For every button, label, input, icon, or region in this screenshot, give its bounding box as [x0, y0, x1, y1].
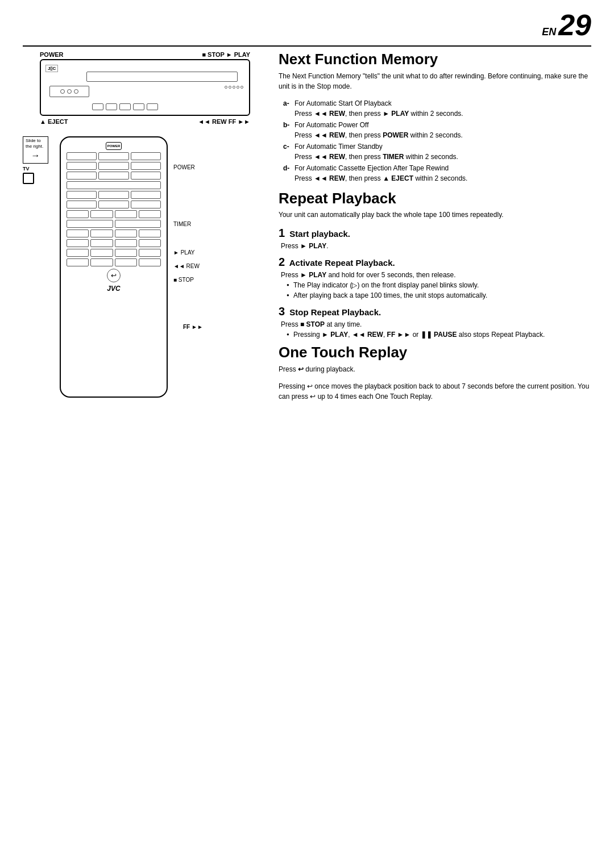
replay-icon: ↩ — [111, 272, 117, 279]
one-touch-replay-detail: Pressing ↩ once moves the playback posit… — [279, 381, 591, 402]
remote-body: POWER — [60, 136, 168, 398]
vcr-btn-3 — [119, 103, 131, 110]
next-function-intro: The Next Function Memory "tells" the uni… — [279, 71, 591, 91]
next-function-title: Next Function Memory — [279, 51, 591, 68]
remote-replay-btn[interactable]: ↩ — [107, 269, 121, 282]
remote-power-btn[interactable]: POWER — [106, 142, 122, 150]
remote-btn-8-1[interactable] — [67, 258, 89, 266]
remote-btn-6-3[interactable] — [115, 229, 137, 237]
remote-btn-6-4[interactable] — [139, 229, 161, 237]
right-column: Next Function Memory The Next Function M… — [279, 51, 591, 408]
vcr-small-dot-4 — [237, 86, 239, 89]
step-d: d- For Automatic Cassette Ejection After… — [279, 163, 591, 183]
vcr-power-label: POWER — [40, 51, 64, 58]
remote-btn-2-2[interactable] — [98, 162, 128, 170]
vcr-small-dot-5 — [240, 86, 243, 89]
remote-wide-btn-2[interactable] — [115, 220, 161, 228]
remote-btn-1-1[interactable] — [67, 152, 97, 160]
vcr-bottom-buttons — [92, 103, 243, 110]
remote-nav-row — [67, 210, 161, 218]
remote-btn-7-4[interactable] — [139, 249, 161, 257]
remote-nav-btn-3[interactable] — [115, 210, 137, 218]
remote-ff-btn[interactable] — [115, 239, 137, 247]
step-a-label: a- — [283, 98, 292, 119]
tv-label: TV — [23, 166, 54, 172]
step2-bullet-2: After playing back a tape 100 times, the… — [288, 290, 591, 301]
vcr-btn-4 — [133, 103, 144, 110]
remote-timer-btn[interactable] — [67, 220, 113, 228]
remote-btn-1-3[interactable] — [131, 152, 161, 160]
remote-btn-8-2[interactable] — [90, 258, 113, 266]
step2-bullet-1: The Play indicator (▷) on the front disp… — [288, 280, 591, 290]
remote-btn-6-2[interactable] — [90, 229, 113, 237]
vcr-dot-3 — [74, 89, 78, 94]
one-touch-replay-intro: Press ↩ during playback. — [279, 364, 591, 374]
remote-btn-5-2[interactable] — [98, 201, 128, 208]
top-rule — [23, 45, 591, 47]
remote-btn-6-1[interactable] — [67, 229, 89, 237]
remote-left-notes: Slide to the right. → TV — [23, 136, 54, 184]
remote-nav-btn-1[interactable] — [67, 210, 89, 218]
en-label: EN — [542, 26, 556, 38]
remote-btn-3-2[interactable] — [98, 172, 128, 180]
remote-btn-3-1[interactable] — [67, 172, 97, 180]
step-c-text: For Automatic Timer Standby Press ◄◄ REW… — [294, 141, 458, 162]
slide-note: Slide to the right. → — [23, 136, 48, 164]
vcr-display — [49, 86, 89, 97]
step-c: c- For Automatic Timer Standby Press ◄◄ … — [279, 141, 591, 162]
remote-bottom-row — [67, 258, 161, 266]
vcr-btn-1 — [92, 103, 103, 110]
vcr-small-dot-3 — [233, 86, 235, 89]
vcr-stop-play-label: ■ STOP ► PLAY — [202, 51, 250, 58]
remote-btn-2-3[interactable] — [131, 162, 161, 170]
remote-nav-btn-4[interactable] — [139, 210, 161, 218]
stop-side-label: ■ STOP — [173, 277, 200, 283]
step-b-text: For Automatic Power Off Press ◄◄ REW, th… — [294, 120, 463, 140]
step-a: a- For Automatic Start Of Playback Press… — [279, 98, 591, 119]
vcr-eject-label: ▲ EJECT — [40, 118, 68, 125]
remote-btn-7-3[interactable] — [115, 249, 137, 257]
vcr-front-panel: J▯C — [40, 59, 250, 116]
rew-side-label: ◄◄ REW — [173, 264, 200, 269]
remote-wide-btn[interactable] — [67, 181, 161, 189]
remote-btn-5-1[interactable] — [67, 201, 97, 208]
repeat-step-2: 2 Activate Repeat Playback. Press ► PLAY… — [279, 256, 591, 301]
remote-btn-2-1[interactable] — [67, 162, 97, 170]
remote-nav-btn-2[interactable] — [90, 210, 113, 218]
remote-btn-1-2[interactable] — [98, 152, 128, 160]
remote-btn-5-3[interactable] — [131, 201, 161, 208]
vcr-top-labels: POWER ■ STOP ► PLAY — [40, 51, 250, 58]
remote-btn-4-2[interactable] — [98, 191, 128, 199]
step-d-label: d- — [283, 163, 292, 183]
vcr-right-dots — [225, 86, 243, 89]
remote-stop-btn[interactable] — [139, 239, 161, 247]
step1-number: 1 — [279, 227, 285, 239]
vcr-dot-1 — [60, 89, 65, 94]
remote-btn-grid-2 — [67, 191, 161, 208]
power-side-label: POWER — [173, 165, 200, 170]
remote-side-labels: POWER TIMER ► PLAY ◄◄ REW ■ STOP — [173, 159, 200, 291]
remote-btn-7-2[interactable] — [90, 249, 113, 257]
remote-btn-8-4[interactable] — [139, 258, 161, 266]
step2-number: 2 — [279, 256, 285, 268]
tv-switch — [23, 173, 34, 184]
remote-play-btn[interactable] — [67, 239, 89, 247]
step1-body: Press ► PLAY. — [279, 241, 591, 251]
vcr-small-dot-1 — [225, 86, 227, 89]
remote-btn-4-3[interactable] — [131, 191, 161, 199]
page-header: EN 29 — [542, 10, 591, 40]
repeat-step-3: 3 Stop Repeat Playback. Press ■ STOP at … — [279, 305, 591, 340]
next-function-steps: a- For Automatic Start Of Playback Press… — [279, 98, 591, 183]
remote-btn-8-3[interactable] — [115, 258, 137, 266]
remote-rew-btn[interactable] — [90, 239, 113, 247]
repeat-playback-intro: Your unit can automatically play back th… — [279, 210, 591, 220]
remote-jvc-label: JVC — [64, 285, 163, 293]
vcr-btn-5 — [147, 103, 158, 110]
remote-btn-3-3[interactable] — [131, 172, 161, 180]
step3-bullet-1: Pressing ► PLAY, ◄◄ REW, FF ►► or ❚❚ PAU… — [288, 329, 591, 340]
remote-btn-7-1[interactable] — [67, 249, 89, 257]
ff-side-label: FF ►► — [183, 324, 203, 330]
remote-btn-4-1[interactable] — [67, 191, 97, 199]
remote-transport-row — [67, 239, 161, 247]
vcr-rew-ff-label: ◄◄ REW FF ►► — [198, 118, 250, 125]
